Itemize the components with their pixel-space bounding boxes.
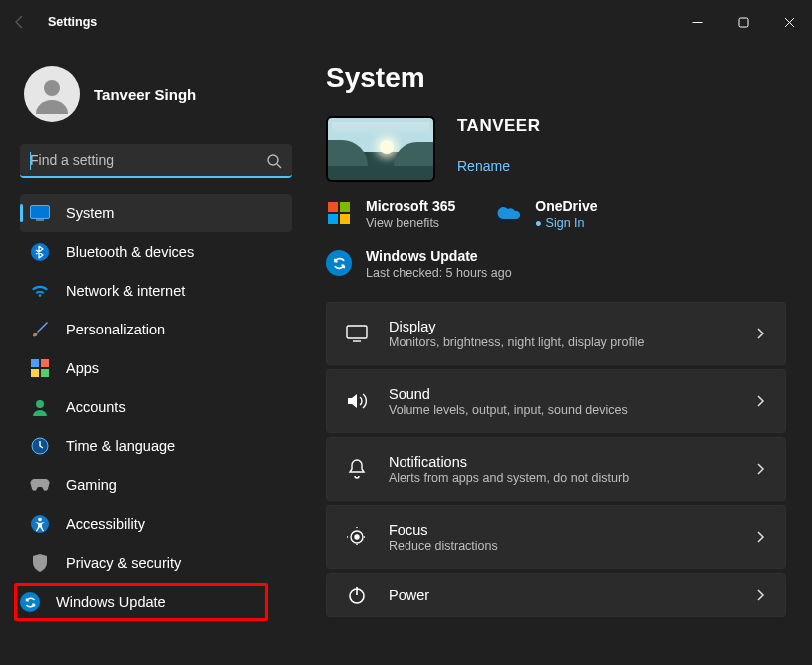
card-display[interactable]: Display Monitors, brightness, night ligh… [326,302,786,365]
titlebar: Settings [0,0,812,44]
card-title: Focus [389,522,733,538]
close-button[interactable] [766,6,812,38]
svg-rect-12 [31,369,39,377]
svg-point-9 [31,243,49,261]
sidebar-item-apps[interactable]: Apps [20,349,292,387]
chevron-right-icon [753,327,767,340]
card-title: Power [389,587,733,603]
update-icon [20,592,40,612]
bell-icon [345,457,369,481]
status-title: Microsoft 365 [366,198,455,214]
focus-icon [345,525,369,549]
sidebar-item-label: Privacy & security [66,555,181,571]
sidebar-item-label: Gaming [66,477,117,493]
svg-point-4 [44,80,60,96]
card-title: Notifications [389,454,733,470]
windows-update-icon [326,250,352,276]
sidebar-item-label: Bluetooth & devices [66,244,194,260]
card-sub: Alerts from apps and system, do not dist… [389,471,733,485]
back-icon[interactable] [12,14,28,30]
svg-point-22 [355,535,359,539]
sidebar-item-label: Accessibility [66,516,145,532]
svg-point-18 [38,518,42,522]
card-sound[interactable]: Sound Volume levels, output, input, soun… [326,369,786,433]
sidebar-item-label: Network & internet [66,283,185,299]
svg-point-14 [36,400,44,408]
sidebar-item-label: Apps [66,360,99,376]
svg-rect-11 [41,359,49,367]
svg-rect-7 [31,206,50,219]
power-icon [345,583,369,607]
card-title: Display [389,319,733,334]
system-icon [30,203,50,223]
sidebar-item-bluetooth[interactable]: Bluetooth & devices [20,233,292,271]
card-sub: Monitors, brightness, night light, displ… [389,335,733,349]
gamepad-icon [30,475,50,495]
status-title: Windows Update [366,248,512,264]
brush-icon [30,320,50,339]
sidebar-item-label: Accounts [66,399,126,415]
page-title: System [326,62,786,94]
card-sub: Volume levels, output, input, sound devi… [389,403,733,417]
accounts-icon [30,397,50,417]
microsoft-logo-icon [326,200,352,226]
card-sub: Reduce distractions [389,539,733,553]
content-pane: System TANVEER Rename Microsoft 365 View… [302,44,812,665]
sidebar-item-personalization[interactable]: Personalization [20,311,292,348]
sidebar-item-privacy[interactable]: Privacy & security [20,544,292,582]
profile-block[interactable]: Tanveer Singh [20,56,292,140]
apps-icon [30,358,50,378]
onedrive-icon [495,200,521,226]
device-name: TANVEER [457,116,540,136]
maximize-button[interactable] [720,6,766,38]
svg-rect-19 [347,326,367,338]
sidebar-item-network[interactable]: Network & internet [20,272,292,310]
svg-point-5 [268,155,278,165]
sidebar: Tanveer Singh System Bluetooth & devices [0,44,302,665]
sidebar-item-system[interactable]: System [20,194,292,232]
settings-card-list: Display Monitors, brightness, night ligh… [326,302,786,617]
window-title: Settings [48,15,97,29]
status-update[interactable]: Windows Update Last checked: 5 hours ago [326,248,786,280]
sidebar-item-update[interactable]: Windows Update [14,583,268,621]
status-m365[interactable]: Microsoft 365 View benefits [326,198,455,230]
status-onedrive[interactable]: OneDrive •Sign In [495,198,597,230]
window-controls [674,6,812,38]
sidebar-item-accounts[interactable]: Accounts [20,388,292,426]
search-input[interactable] [20,144,292,176]
svg-line-6 [277,164,281,168]
chevron-right-icon [753,394,767,408]
sidebar-item-label: Personalization [66,322,165,337]
status-sub: •Sign In [535,216,597,230]
card-power[interactable]: Power [326,573,786,617]
wifi-icon [30,281,50,301]
status-sub: View benefits [366,216,455,230]
chevron-right-icon [753,462,767,476]
sidebar-item-gaming[interactable]: Gaming [20,466,292,504]
clock-icon [30,436,50,456]
nav-list: System Bluetooth & devices Network & int… [20,194,292,621]
svg-rect-8 [36,219,44,221]
sidebar-item-time[interactable]: Time & language [20,427,292,465]
sidebar-item-accessibility[interactable]: Accessibility [20,505,292,543]
sidebar-item-label: Time & language [66,438,175,454]
minimize-button[interactable] [674,6,720,38]
chevron-right-icon [753,588,767,602]
sound-icon [345,389,369,413]
rename-link[interactable]: Rename [457,158,540,174]
svg-rect-1 [739,18,748,27]
desktop-preview-icon[interactable] [326,116,435,182]
chevron-right-icon [753,530,767,544]
card-focus[interactable]: Focus Reduce distractions [326,505,786,569]
accessibility-icon [30,514,50,534]
search-field[interactable] [20,144,292,178]
display-icon [345,322,369,345]
card-title: Sound [389,386,733,402]
avatar-icon [24,66,80,122]
sidebar-item-label: Windows Update [56,594,166,610]
text-caret [30,152,31,170]
status-sub: Last checked: 5 hours ago [366,266,512,280]
card-notifications[interactable]: Notifications Alerts from apps and syste… [326,437,786,501]
svg-rect-10 [31,359,39,367]
device-summary: TANVEER Rename [326,116,786,182]
